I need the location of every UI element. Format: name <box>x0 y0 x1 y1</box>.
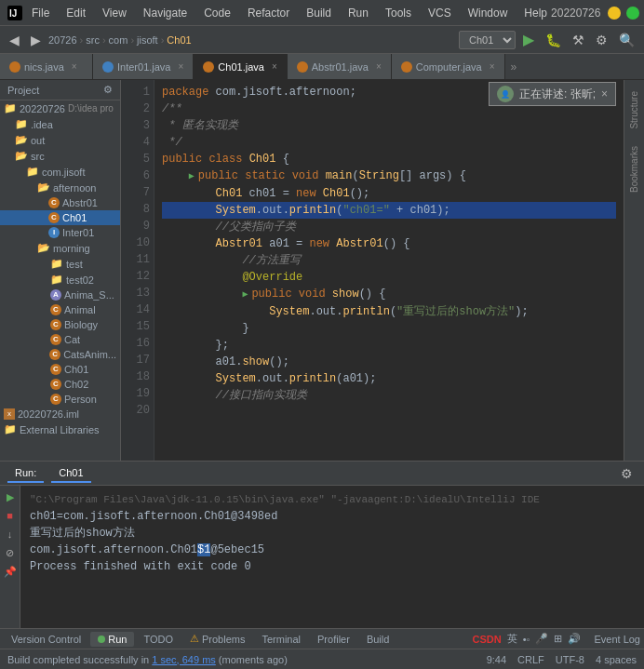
menu-view[interactable]: View <box>99 5 130 21</box>
tree-test[interactable]: 📁 test <box>0 256 120 272</box>
line-num-9: 9 <box>125 218 150 234</box>
bottom-tab-problems[interactable]: ⚠ Problems <box>182 631 252 647</box>
breadcrumb-class[interactable]: Ch01 <box>167 34 191 46</box>
menu-navigate[interactable]: Navigate <box>140 5 191 21</box>
java-class-icon: C <box>50 304 61 315</box>
bottom-tab-vcs[interactable]: Version Control <box>4 632 88 647</box>
bottom-tab-todo[interactable]: TODO <box>136 632 181 647</box>
breadcrumb: 20726 › src › com › jisoft › Ch01 <box>48 34 192 46</box>
run-side-controls: ▶ ■ ↓ ⊘ 📌 <box>0 486 20 628</box>
tree-comjisoft[interactable]: 📁 com.jisoft <box>0 164 120 180</box>
breadcrumb-jisoft[interactable]: com <box>109 34 128 46</box>
tab-overflow[interactable]: » <box>505 54 523 79</box>
tree-external-libs[interactable]: 📁 External Libraries <box>0 421 120 437</box>
menu-window[interactable]: Window <box>464 5 512 21</box>
tree-20220726[interactable]: 📁 20220726 D:\idea pro <box>0 100 120 116</box>
menu-vcs[interactable]: VCS <box>424 5 455 21</box>
run-button[interactable]: ▶ <box>519 31 538 49</box>
breadcrumb-com[interactable]: src <box>86 34 100 46</box>
tree-ch02[interactable]: C Ch02 <box>0 377 120 392</box>
menu-tools[interactable]: Tools <box>382 5 415 21</box>
bottom-tab-profiler[interactable]: Profiler <box>310 632 357 647</box>
tree-src[interactable]: 📂 src <box>0 148 120 164</box>
code-line-9: System.out.println("ch01=" + ch01); <box>162 202 616 219</box>
tree-out[interactable]: 📂 out <box>0 132 120 148</box>
tree-afternoon[interactable]: 📂 afternoon <box>0 180 120 195</box>
build-button[interactable]: ⚒ <box>569 32 588 48</box>
tree-iml[interactable]: x 20220726.iml <box>0 407 120 421</box>
maximize-button[interactable] <box>626 7 639 20</box>
menu-file[interactable]: File <box>28 5 53 21</box>
event-log-label[interactable]: Event Log <box>594 634 640 645</box>
status-indent[interactable]: 4 spaces <box>596 654 637 665</box>
tree-morning[interactable]: 📂 morning <box>0 240 120 256</box>
code-line-15: System.out.println("重写过后的show方法"); <box>162 303 616 320</box>
run-output[interactable]: "C:\Program Files\Java\jdk-11.0.15\bin\j… <box>20 486 644 628</box>
menu-refactor[interactable]: Refactor <box>244 5 293 21</box>
tab-inter01[interactable]: Inter01.java × <box>93 54 194 79</box>
run-restart-button[interactable]: ▶ <box>3 489 18 504</box>
run-tab-ch01[interactable]: Ch01 <box>51 464 90 483</box>
structure-label[interactable]: Structure <box>627 84 641 137</box>
bottom-toolbar: Version Control Run TODO ⚠ Problems Term… <box>0 628 644 649</box>
build-time-link[interactable]: 1 sec, 649 ms <box>152 654 215 665</box>
settings-button[interactable]: ⚙ <box>592 32 611 48</box>
minimize-button[interactable] <box>608 7 621 20</box>
tree-ch01[interactable]: C Ch01 <box>0 210 120 225</box>
code-line-5: */ <box>162 134 616 151</box>
tree-biology[interactable]: C Biology <box>0 317 120 332</box>
bottom-tab-run[interactable]: Run <box>90 632 134 647</box>
run-tab-run[interactable]: Run: <box>7 464 44 483</box>
tree-animal[interactable]: C Animal <box>0 302 120 317</box>
tree-inter01[interactable]: I Inter01 <box>0 225 120 240</box>
status-encoding[interactable]: UTF-8 <box>556 654 584 665</box>
close-tab-inter01[interactable]: × <box>178 61 183 72</box>
close-tab-abstr01[interactable]: × <box>376 61 382 72</box>
tree-item-label: Cat <box>64 334 80 345</box>
tab-nics[interactable]: nics.java × <box>0 54 93 79</box>
tree-abstr01[interactable]: C Abstr01 <box>0 195 120 210</box>
breadcrumb-src[interactable]: 20726 <box>48 34 77 46</box>
close-popup[interactable]: × <box>601 87 608 100</box>
project-settings-icon[interactable]: ⚙ <box>103 84 113 96</box>
breadcrumb-afternoon[interactable]: jisoft <box>137 34 158 46</box>
search-button[interactable]: 🔍 <box>615 32 638 48</box>
bookmarks-label[interactable]: Bookmarks <box>627 139 641 200</box>
back-button[interactable]: ◀ <box>6 32 23 48</box>
tab-icon-nics <box>9 61 20 73</box>
close-tab-ch01[interactable]: × <box>272 61 277 72</box>
menu-build[interactable]: Build <box>302 5 335 21</box>
run-stop-button[interactable]: ■ <box>3 508 18 523</box>
grid-icon: ⊞ <box>554 633 562 645</box>
run-settings-icon[interactable]: ⚙ <box>617 465 637 482</box>
close-tab-nics[interactable]: × <box>72 61 77 72</box>
tab-computer[interactable]: Computer.java × <box>392 54 505 79</box>
menu-help[interactable]: Help <box>520 5 551 21</box>
bottom-tab-terminal[interactable]: Terminal <box>254 632 308 647</box>
tab-abstr01[interactable]: Abstr01.java × <box>288 54 392 79</box>
run-scroll-down-button[interactable]: ↓ <box>3 527 18 542</box>
tree-person[interactable]: C Person <box>0 392 120 407</box>
menu-run[interactable]: Run <box>344 5 372 21</box>
menu-code[interactable]: Code <box>200 5 235 21</box>
tree-test02[interactable]: 📁 test02 <box>0 272 120 288</box>
forward-button[interactable]: ▶ <box>27 32 45 48</box>
tab-ch01[interactable]: Ch01.java × <box>194 54 287 79</box>
tab-label-inter01: Inter01.java <box>117 61 170 73</box>
code-editor[interactable]: package com.jisoft.afternoon; /** * 匿名实现… <box>154 80 624 461</box>
tree-idea[interactable]: 📁 .idea <box>0 116 120 132</box>
tree-item-label: Inter01 <box>62 227 94 238</box>
bottom-tab-build[interactable]: Build <box>359 632 396 647</box>
status-left: Build completed successfully in 1 sec, 6… <box>7 654 479 665</box>
tree-animas[interactable]: A Anima_S... <box>0 288 120 302</box>
tree-cat[interactable]: C Cat <box>0 332 120 347</box>
run-clear-button[interactable]: ⊘ <box>3 545 18 560</box>
run-config-select[interactable]: Ch01 <box>459 31 516 49</box>
run-pin-button[interactable]: 📌 <box>3 564 18 579</box>
tree-catsanim[interactable]: C CatsAnim... <box>0 347 120 362</box>
tree-ch01m[interactable]: C Ch01 <box>0 362 120 377</box>
menu-edit[interactable]: Edit <box>62 5 89 21</box>
status-crlf[interactable]: CRLF <box>517 654 544 665</box>
close-tab-computer[interactable]: × <box>490 61 495 72</box>
debug-button[interactable]: 🐛 <box>542 32 565 48</box>
